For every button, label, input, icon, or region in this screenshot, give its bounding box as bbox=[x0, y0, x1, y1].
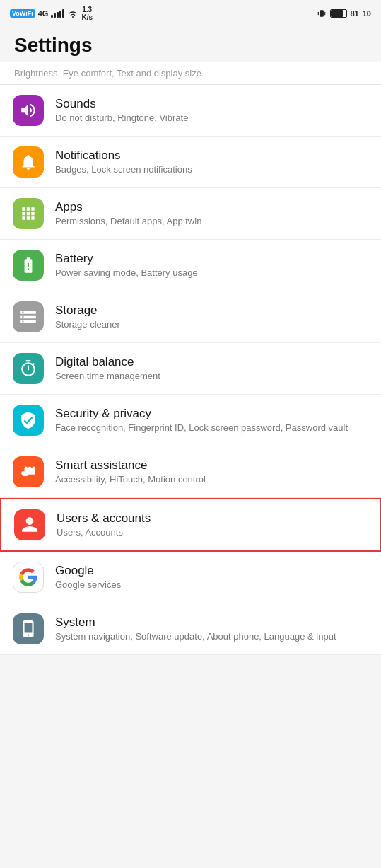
shield-icon bbox=[19, 411, 37, 429]
users-accounts-icon-wrapper bbox=[14, 509, 45, 540]
sounds-subtitle: Do not disturb, Ringtone, Vibrate bbox=[55, 112, 368, 125]
settings-item-battery[interactable]: Battery Power saving mode, Battery usage bbox=[0, 240, 381, 291]
vibrate-icon bbox=[317, 8, 327, 18]
svg-rect-0 bbox=[320, 10, 324, 16]
status-left: VoWiFi 4G 1.3K/s bbox=[10, 6, 93, 21]
settings-item-notifications[interactable]: Notifications Badges, Lock screen notifi… bbox=[0, 137, 381, 188]
digital-balance-subtitle: Screen time management bbox=[55, 371, 368, 383]
svg-rect-1 bbox=[317, 12, 318, 16]
signal-bars bbox=[51, 9, 64, 18]
apps-text: Apps Permissions, Default apps, App twin bbox=[55, 200, 368, 228]
battery-icon-wrapper bbox=[13, 250, 44, 281]
storage-text: Storage Storage cleaner bbox=[55, 303, 368, 331]
settings-item-sounds[interactable]: Sounds Do not disturb, Ringtone, Vibrate bbox=[0, 85, 381, 137]
vowifi-indicator: VoWiFi bbox=[10, 9, 35, 18]
smart-assistance-title: Smart assistance bbox=[55, 458, 368, 473]
sound-icon bbox=[19, 101, 37, 120]
notifications-title: Notifications bbox=[55, 149, 368, 163]
battery-icon bbox=[330, 9, 347, 18]
person-icon bbox=[20, 516, 39, 534]
google-subtitle: Google services bbox=[55, 579, 368, 591]
storage-icon bbox=[19, 308, 37, 326]
status-bar: VoWiFi 4G 1.3K/s 81 10 bbox=[0, 0, 381, 25]
google-text: Google Google services bbox=[55, 564, 368, 591]
sounds-text: Sounds Do not disturb, Ringtone, Vibrate bbox=[55, 97, 368, 125]
notifications-text: Notifications Badges, Lock screen notifi… bbox=[55, 149, 368, 176]
google-title: Google bbox=[55, 564, 368, 578]
network-speed: 1.3K/s bbox=[81, 6, 93, 21]
settings-item-users-accounts[interactable]: Users & accounts Users, Accounts bbox=[0, 498, 381, 552]
battery-subtitle: Power saving mode, Battery usage bbox=[55, 267, 368, 279]
svg-rect-2 bbox=[324, 12, 325, 16]
wifi-icon bbox=[67, 8, 78, 18]
smart-assistance-subtitle: Accessibility, HiTouch, Motion control bbox=[55, 474, 368, 486]
digital-balance-title: Digital balance bbox=[55, 355, 368, 369]
network-type: 4G bbox=[38, 9, 49, 18]
settings-list: Sounds Do not disturb, Ringtone, Vibrate… bbox=[0, 85, 381, 655]
system-title: System bbox=[55, 615, 368, 630]
google-icon-wrapper bbox=[13, 562, 44, 593]
system-icon-wrapper bbox=[13, 613, 44, 644]
sounds-icon-wrapper bbox=[13, 95, 44, 126]
settings-item-smart-assistance[interactable]: Smart assistance Accessibility, HiTouch,… bbox=[0, 446, 381, 498]
storage-subtitle: Storage cleaner bbox=[55, 319, 368, 331]
security-title: Security & privacy bbox=[55, 407, 368, 421]
battery-text: Battery Power saving mode, Battery usage bbox=[55, 252, 368, 279]
settings-item-system[interactable]: System System navigation, Software updat… bbox=[0, 603, 381, 655]
apps-icon-wrapper bbox=[13, 198, 44, 229]
system-subtitle: System navigation, Software update, Abou… bbox=[55, 631, 368, 643]
battery-num: 10 bbox=[363, 9, 371, 18]
security-subtitle: Face recognition, Fingerprint ID, Lock s… bbox=[55, 422, 368, 434]
settings-item-security[interactable]: Security & privacy Face recognition, Fin… bbox=[0, 395, 381, 446]
system-icon bbox=[19, 620, 37, 638]
smart-assistance-icon-wrapper bbox=[13, 456, 44, 487]
bell-icon bbox=[19, 153, 37, 171]
sounds-title: Sounds bbox=[55, 97, 368, 111]
system-text: System System navigation, Software updat… bbox=[55, 615, 368, 643]
users-accounts-subtitle: Users, Accounts bbox=[57, 527, 367, 539]
security-text: Security & privacy Face recognition, Fin… bbox=[55, 407, 368, 434]
notifications-subtitle: Badges, Lock screen notifications bbox=[55, 164, 368, 176]
apps-title: Apps bbox=[55, 200, 368, 214]
notifications-icon-wrapper bbox=[13, 146, 44, 178]
battery-charging-icon bbox=[19, 256, 37, 274]
hand-icon bbox=[19, 463, 37, 481]
status-right: 81 10 bbox=[317, 8, 372, 18]
smart-assistance-text: Smart assistance Accessibility, HiTouch,… bbox=[55, 458, 368, 486]
storage-title: Storage bbox=[55, 303, 368, 318]
digital-balance-icon-wrapper bbox=[13, 353, 44, 384]
settings-item-storage[interactable]: Storage Storage cleaner bbox=[0, 291, 381, 343]
storage-icon-wrapper bbox=[13, 301, 44, 332]
security-icon-wrapper bbox=[13, 405, 44, 436]
timer-icon bbox=[19, 359, 37, 378]
users-accounts-text: Users & accounts Users, Accounts bbox=[57, 511, 367, 539]
apps-icon bbox=[19, 204, 37, 223]
users-accounts-title: Users & accounts bbox=[57, 511, 367, 526]
battery-title: Battery bbox=[55, 252, 368, 266]
settings-item-digital-balance[interactable]: Digital balance Screen time management bbox=[0, 343, 381, 395]
display-settings-item[interactable]: Brightness, Eye comfort, Text and displa… bbox=[0, 62, 381, 85]
digital-balance-text: Digital balance Screen time management bbox=[55, 355, 368, 383]
google-icon bbox=[18, 567, 38, 587]
settings-item-google[interactable]: Google Google services bbox=[0, 552, 381, 603]
apps-subtitle: Permissions, Default apps, App twin bbox=[55, 216, 368, 228]
settings-item-apps[interactable]: Apps Permissions, Default apps, App twin bbox=[0, 188, 381, 240]
page-title: Settings bbox=[0, 25, 381, 62]
battery-percent: 81 bbox=[351, 9, 359, 18]
